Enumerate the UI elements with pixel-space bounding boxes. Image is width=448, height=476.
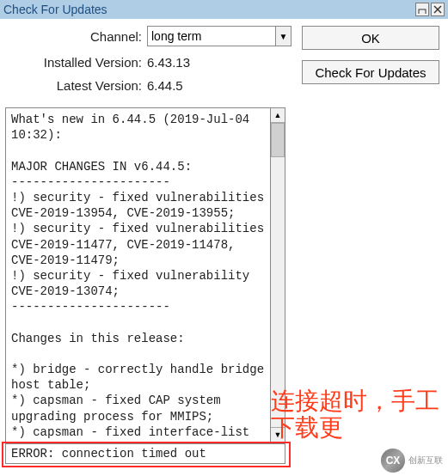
installed-version-value: 6.43.13 xyxy=(147,55,190,70)
annotation-line-1: 连接超时，手工 xyxy=(271,388,439,415)
scroll-thumb[interactable] xyxy=(271,123,285,157)
annotation-line-2: 下载更 xyxy=(271,415,439,442)
scroll-up-arrow[interactable]: ▲ xyxy=(271,108,285,123)
channel-dropdown-button[interactable]: ▼ xyxy=(276,26,292,46)
channel-select[interactable] xyxy=(147,26,276,46)
scrollbar[interactable]: ▲ ▼ xyxy=(271,107,285,442)
svg-rect-0 xyxy=(419,9,426,14)
installed-version-label: Installed Version: xyxy=(5,55,147,70)
ok-button[interactable]: OK xyxy=(302,26,439,50)
title-buttons xyxy=(415,3,445,16)
minimize-button[interactable] xyxy=(415,3,429,16)
window-title: Check For Updates xyxy=(3,0,107,19)
check-updates-button[interactable]: Check For Updates xyxy=(302,60,439,84)
status-bar: ERROR: connection timed out xyxy=(5,443,285,464)
channel-label: Channel: xyxy=(5,29,147,44)
latest-version-value: 6.44.5 xyxy=(147,78,183,93)
watermark-text: 创新互联 xyxy=(408,456,443,465)
titlebar: Check For Updates xyxy=(0,0,448,19)
annotation-overlay: 连接超时，手工 下载更 xyxy=(271,388,439,442)
close-button[interactable] xyxy=(431,3,445,16)
chevron-down-icon: ▼ xyxy=(279,32,288,41)
latest-version-label: Latest Version: xyxy=(5,78,147,93)
scroll-down-arrow[interactable]: ▼ xyxy=(271,427,285,442)
changelog-area: What's new in 6.44.5 (2019-Jul-04 10:32)… xyxy=(5,107,285,442)
changelog-textarea[interactable]: What's new in 6.44.5 (2019-Jul-04 10:32)… xyxy=(5,107,271,442)
watermark: CX 创新互联 xyxy=(381,449,443,473)
right-button-panel: OK Check For Updates xyxy=(302,26,439,84)
watermark-icon: CX xyxy=(381,449,405,473)
